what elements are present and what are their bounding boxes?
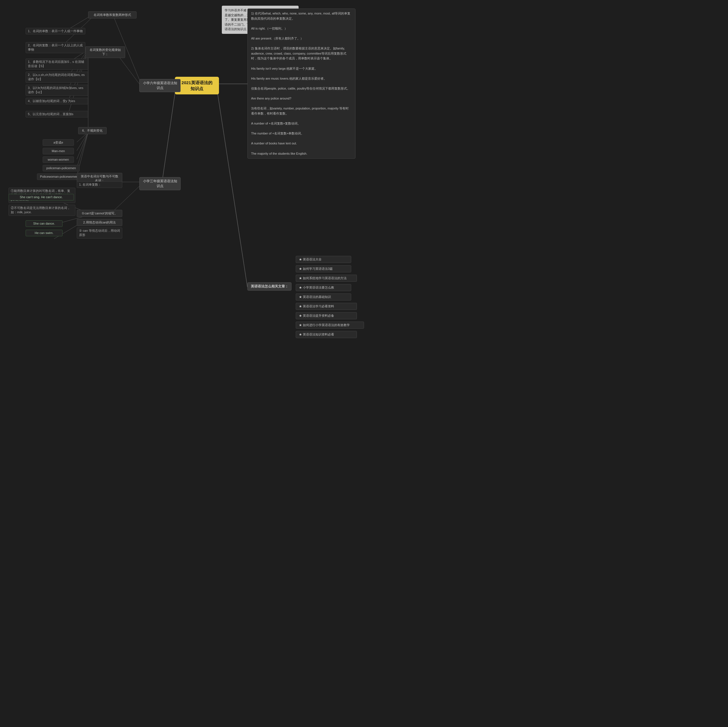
zhongxue-content: 1) 在代词what, which, who, none, some, any,… [248,9,355,159]
related-link-3[interactable]: ★ 小学英语语法要怎么教 [296,284,351,291]
rule-3: 3、以f,fe为结尾的词去掉f或fe加ves, ves读作【vz】 [26,85,88,96]
can-example2: She can dance. [26,220,63,227]
mind-map: 2021英语语法的知识点 学习外语并不难，学习外语就像交朋友一样，朋友是越交越熟… [0,0,364,364]
rule-1: 1、多数情况下在名词后面加S，s 在清辅音后读【S】 [26,58,88,70]
countable-item-2: ②不可数名词是无法用数目来计算的名词，如：milk, juice. [9,205,75,216]
related-link-2[interactable]: ★ 如何系统地学习英语语法的方法 [296,275,357,282]
related-link-8[interactable]: ★ 英语语法知识资料必看 [296,331,357,338]
rule-2: 2、以s,x,sh,ch为结尾的词在词尾加es, es读作【iz】 [26,72,88,83]
svg-line-17 [77,132,88,168]
irregular-4: Policewoman-policewomen [37,173,81,180]
countable-item-0: 1. 名词单复数： [77,182,122,188]
can-example1: She can't sing. He can't dance. [9,194,74,200]
related-link-1[interactable]: ★ 如何学习英语语法3篇 [296,265,351,272]
related-link-7[interactable]: ★ 如何进行小学英语语法的有效教学 [296,322,364,329]
svg-line-1 [162,84,176,182]
related-link-5[interactable]: ★ 英语语法学习必看资料 [296,303,357,310]
related-label: 英语语法怎么相关文章： [248,283,292,290]
can-example3: He can swim. [26,230,63,236]
irregular-2: woman-women [43,156,74,163]
can-rule-1: 2.用情态动词can的用法 [77,219,122,226]
irregular-1: Man-men [43,148,74,154]
related-link-6[interactable]: ★ 英语语法提升资料必备 [296,312,357,319]
noun-title: 名词有单数和复数两种形式 [88,11,136,18]
plural-change: 名词复数的变化规律如下： [85,46,125,58]
related-link-4[interactable]: ★ 英语语法的基础知识 [296,293,351,301]
rule-4: 4、以辅音加y结尾的词，变y 为ies [26,98,88,104]
irregular-3: policeman-policemen [43,165,80,171]
can-rule-0: ①can't是'cannot'的缩写。 [77,210,122,217]
center-node: 2021英语语法的知识点 [175,77,219,95]
can-rule-2: ② can 等情态动词后，用动词原形 [77,228,122,238]
noun-singular: 1、名词的单数：表示一个人或一件事物 [26,28,85,34]
irregular-0: a变成e [43,139,74,146]
noun-plural-meaning: 2、名词的复数：表示一个人以上的人或事物 [26,42,85,53]
svg-line-16 [77,132,88,159]
primary3-label: 小学三年级英语语法知识点 [139,177,180,190]
svg-line-15 [77,132,88,151]
svg-line-3 [216,84,248,287]
related-link-0[interactable]: ★ 英语语法大全 [296,256,351,263]
primary6-label: 小学六年级英语语法知识点 [139,79,180,92]
rule-6: 6、不规则变化 [78,127,107,134]
rule-5: 5、以元音加y结尾的词，直接加s [26,111,88,118]
